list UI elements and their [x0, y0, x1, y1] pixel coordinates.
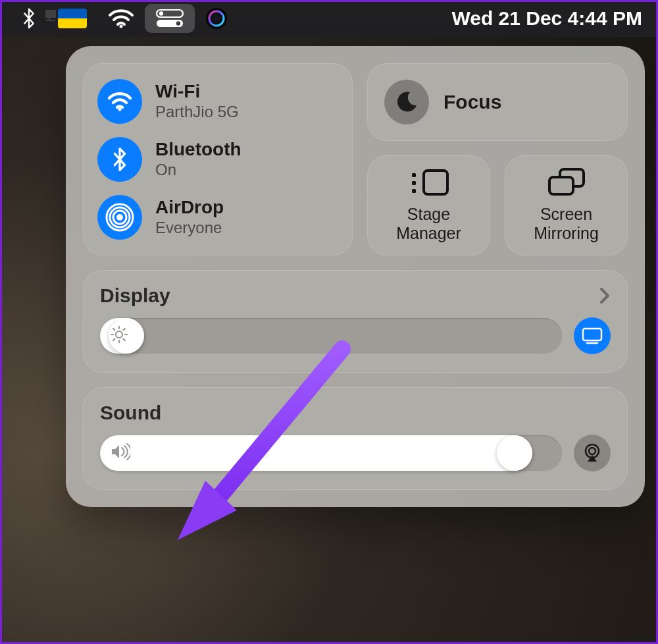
brightness-slider[interactable]: [100, 318, 562, 354]
stand-icon: [43, 8, 59, 24]
svg-rect-14: [412, 181, 416, 185]
svg-point-0: [120, 25, 123, 28]
svg-point-4: [176, 21, 180, 25]
siri-icon: [205, 7, 228, 30]
svg-rect-12: [424, 171, 447, 194]
display-label: Display: [100, 284, 170, 307]
screen-mirroring-icon: [547, 168, 586, 198]
svg-point-2: [159, 11, 163, 15]
airplay-audio-button[interactable]: [574, 435, 611, 471]
display-tile: Display: [83, 270, 628, 373]
svg-point-29: [589, 448, 595, 454]
stage-manager-label: Stage Manager: [396, 205, 461, 243]
wifi-icon: [97, 79, 142, 124]
airdrop-label: AirDrop: [155, 198, 224, 217]
display-settings-button[interactable]: [574, 317, 611, 354]
stage-manager-icon: [408, 168, 450, 198]
chevron-right-icon[interactable]: [599, 286, 611, 305]
screen-mirroring-toggle[interactable]: Screen Mirroring: [505, 155, 628, 255]
menu-control-center[interactable]: [145, 4, 195, 33]
ukraine-flag-icon: [58, 9, 87, 28]
menu-bluetooth[interactable]: [11, 0, 47, 37]
bluetooth-icon: [21, 7, 37, 30]
airdrop-icon: [97, 195, 142, 240]
wifi-label: Wi-Fi: [155, 82, 239, 101]
menu-siri[interactable]: [195, 0, 238, 37]
menu-flag[interactable]: [47, 0, 97, 37]
svg-line-23: [113, 329, 115, 331]
focus-label: Focus: [443, 91, 501, 113]
svg-point-7: [118, 108, 122, 111]
wifi-icon: [108, 9, 134, 28]
airdrop-status: Everyone: [155, 219, 224, 237]
menu-wifi[interactable]: [97, 0, 145, 37]
stage-manager-toggle[interactable]: Stage Manager: [367, 155, 490, 255]
display-icon: [582, 327, 603, 344]
menu-bar: Wed 21 Dec 4:44 PM: [0, 0, 658, 37]
focus-toggle[interactable]: Focus: [367, 63, 628, 141]
bluetooth-icon: [97, 137, 142, 182]
sound-label: Sound: [100, 402, 161, 424]
volume-slider[interactable]: [100, 435, 562, 471]
svg-rect-13: [412, 173, 416, 177]
bluetooth-label: Bluetooth: [155, 140, 241, 159]
moon-icon: [384, 80, 429, 124]
svg-line-25: [113, 339, 115, 341]
bluetooth-status: On: [155, 161, 241, 179]
airdrop-toggle[interactable]: AirDrop Everyone: [97, 195, 338, 240]
svg-point-18: [116, 331, 122, 338]
sun-icon: [111, 326, 128, 346]
wifi-toggle[interactable]: Wi-Fi ParthJio 5G: [97, 79, 338, 124]
svg-point-8: [116, 214, 123, 221]
airplay-icon: [581, 442, 603, 464]
control-center-panel: Wi-Fi ParthJio 5G Bluetooth On AirDrop: [66, 46, 645, 507]
bluetooth-toggle[interactable]: Bluetooth On: [97, 137, 338, 182]
control-center-icon: [155, 9, 184, 28]
svg-rect-15: [412, 189, 416, 193]
screen-mirroring-label: Screen Mirroring: [534, 205, 599, 243]
menu-datetime[interactable]: Wed 21 Dec 4:44 PM: [447, 7, 651, 30]
sound-tile: Sound: [83, 387, 628, 490]
svg-line-26: [124, 329, 126, 331]
svg-rect-27: [583, 329, 601, 340]
svg-line-24: [124, 339, 126, 341]
wifi-network: ParthJio 5G: [155, 103, 239, 121]
connectivity-tile: Wi-Fi ParthJio 5G Bluetooth On AirDrop: [83, 63, 353, 255]
svg-rect-17: [549, 177, 573, 194]
speaker-icon: [111, 443, 130, 463]
